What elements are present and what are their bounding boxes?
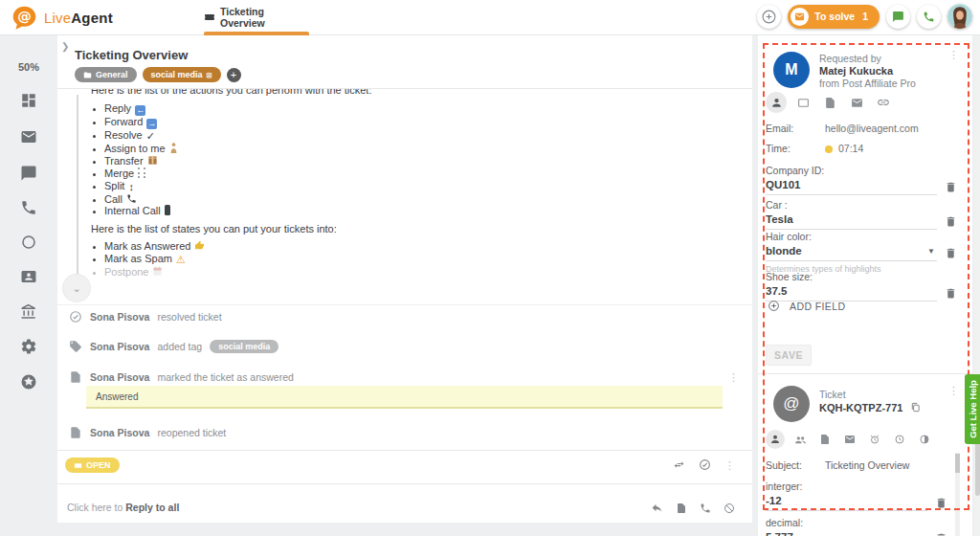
- tab-alarm[interactable]: [865, 430, 884, 449]
- tab-person[interactable]: [766, 430, 785, 449]
- kebab-menu-icon[interactable]: ⋮: [948, 53, 959, 56]
- trash-icon[interactable]: [935, 532, 947, 536]
- tag-label: social media: [151, 70, 203, 79]
- trash-icon[interactable]: [945, 215, 957, 229]
- panel-scrollbar-thumb[interactable]: [955, 454, 960, 473]
- divider: [57, 450, 752, 451]
- ticket-main-panel: ❯ Ticketing Overview General social medi…: [57, 35, 752, 523]
- tab-group[interactable]: [791, 430, 810, 449]
- collapse-button[interactable]: ⌄: [63, 275, 90, 302]
- package-icon: [147, 155, 158, 166]
- field-value-dropdown[interactable]: blonde▼: [766, 245, 937, 261]
- tab-notes[interactable]: [819, 92, 840, 113]
- mail-icon: [20, 128, 37, 145]
- tab-history[interactable]: [890, 430, 909, 449]
- tab-contrast[interactable]: [915, 430, 934, 449]
- sidebar-item-contacts[interactable]: [20, 268, 37, 285]
- sidebar-item-automation[interactable]: [20, 234, 37, 251]
- custom-field: Car : Tesla: [766, 199, 957, 230]
- reply-prefix: Click here to: [67, 502, 122, 513]
- tab-label: Ticketing Overview: [220, 6, 309, 29]
- note-text: Answered: [96, 391, 138, 402]
- field-value[interactable]: -12: [766, 495, 927, 511]
- sidebar-item-academy[interactable]: [20, 303, 37, 321]
- activity-user: Sona Pisova: [90, 427, 149, 438]
- trash-icon[interactable]: [945, 287, 957, 301]
- to-solve-button[interactable]: To solve 1: [788, 5, 880, 29]
- sidebar-item-dashboard[interactable]: [20, 92, 37, 109]
- requested-by-label: Requested by: [819, 53, 916, 64]
- copy-icon[interactable]: [910, 402, 921, 413]
- add-field-button[interactable]: ADD FIELD: [768, 300, 845, 312]
- close-icon[interactable]: ⦻: [207, 70, 212, 80]
- ban-icon[interactable]: [724, 502, 735, 514]
- page-title: Ticketing Overview: [75, 48, 188, 62]
- email-row: Email: hello@liveagent.com: [766, 123, 919, 134]
- tab-person[interactable]: [766, 92, 787, 113]
- gear-icon: [20, 338, 37, 355]
- mobile-phone-icon: [165, 205, 170, 215]
- trash-icon[interactable]: [945, 181, 957, 194]
- to-solve-label: To solve: [814, 11, 855, 22]
- list-item: Reply: [104, 102, 178, 116]
- tab-notes[interactable]: [815, 430, 835, 449]
- save-button[interactable]: SAVE: [766, 345, 812, 366]
- field-label: Company ID:: [766, 165, 957, 176]
- user-avatar[interactable]: [947, 4, 972, 29]
- sidebar-item-chats[interactable]: [20, 165, 37, 182]
- email-label: Email:: [766, 123, 825, 134]
- requester-avatar[interactable]: M: [773, 52, 810, 88]
- note-icon: [819, 434, 831, 445]
- folder-icon: [83, 71, 92, 79]
- states-list: Mark as Answered Mark as Spam Postpone: [91, 240, 205, 279]
- kebab-menu-icon[interactable]: ⋮: [948, 389, 959, 392]
- kebab-menu-icon[interactable]: ⋮: [728, 375, 739, 379]
- phone-button[interactable]: [917, 5, 941, 29]
- transfer-icon[interactable]: [673, 458, 685, 471]
- get-live-help-tab[interactable]: Get Live Help: [965, 374, 980, 444]
- field-value[interactable]: 5.777: [766, 531, 927, 536]
- page-scrollbar-thumb[interactable]: [975, 440, 980, 496]
- sidebar-item-addons[interactable]: [20, 373, 37, 391]
- activity-user: Sona Pisova: [90, 371, 149, 383]
- sidebar-item-settings[interactable]: [20, 338, 37, 355]
- add-tag-button[interactable]: +: [227, 68, 241, 82]
- liveagent-logo[interactable]: @ LiveAgent: [11, 5, 113, 31]
- trash-icon[interactable]: [945, 247, 957, 260]
- phone-icon[interactable]: [700, 502, 711, 514]
- note-icon[interactable]: [676, 502, 687, 514]
- zoom-level: 50%: [0, 61, 57, 73]
- field-label: interger:: [766, 480, 947, 492]
- chevron-down-icon: ▼: [927, 247, 935, 256]
- reply-icon: [135, 105, 145, 116]
- tab-mail[interactable]: [840, 430, 859, 449]
- chat-button[interactable]: [886, 5, 910, 29]
- status-badge[interactable]: OPEN: [65, 458, 120, 473]
- sidebar-item-tickets[interactable]: [20, 128, 37, 145]
- tab-ticketing-overview[interactable]: Ticketing Overview: [204, 0, 309, 34]
- chevron-right-icon[interactable]: ❯: [61, 41, 69, 52]
- tab-mail[interactable]: [846, 92, 867, 113]
- resolve-icon[interactable]: [699, 458, 711, 471]
- activity-tag-pill: social media: [210, 340, 278, 353]
- states-intro: Here is the list of states you can put y…: [91, 223, 337, 234]
- tag-social-media[interactable]: social media ⦻: [143, 67, 221, 82]
- kebab-menu-icon[interactable]: ⋮: [724, 463, 735, 467]
- list-item: Mark as Answered: [104, 240, 205, 253]
- email-value[interactable]: hello@liveagent.com: [825, 123, 919, 134]
- activity-row: Sona Pisova added tag social media: [69, 340, 278, 353]
- custom-field: Hair color: blonde▼ Determines types of …: [766, 231, 957, 274]
- tag-general[interactable]: General: [75, 67, 137, 82]
- tab-browser[interactable]: [792, 92, 813, 113]
- reply-arrow-icon[interactable]: [651, 502, 663, 514]
- ticket-code: KQH-KQTPZ-771: [819, 402, 921, 413]
- trash-icon[interactable]: [935, 497, 947, 510]
- add-button[interactable]: [757, 5, 781, 29]
- forward-icon: [146, 119, 157, 129]
- reply-bar[interactable]: Click here to Reply to all: [67, 502, 179, 513]
- sidebar-item-calls[interactable]: [20, 199, 37, 216]
- field-value[interactable]: Tesla: [766, 213, 937, 230]
- tab-links[interactable]: [873, 92, 894, 113]
- field-value[interactable]: QU101: [766, 179, 937, 195]
- note-icon: [69, 370, 82, 384]
